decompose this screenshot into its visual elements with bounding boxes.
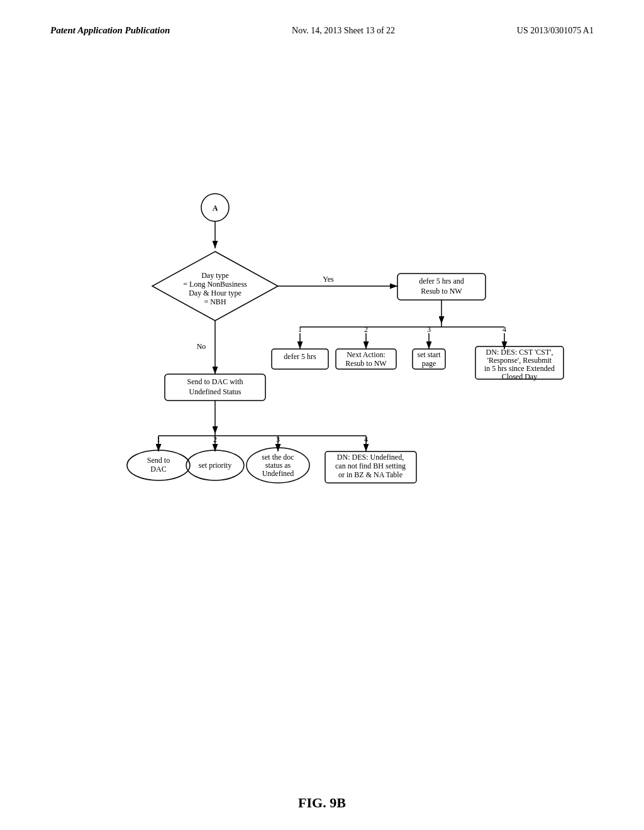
header-date-sheet: Nov. 14, 2013 Sheet 13 of 22: [292, 26, 395, 36]
bottom-node4-3: or in BZ & NA Table: [338, 470, 402, 479]
box4-dn-1: DN: DES: CST 'CST',: [486, 348, 553, 357]
no-label: No: [197, 342, 206, 351]
bottom-node3-3: Undefined: [262, 469, 294, 478]
num3a: 3: [427, 325, 431, 334]
bottom-node2: set priority: [199, 461, 231, 470]
bottom-node1-1: Send to: [147, 456, 170, 465]
diamond-label-4: = NBH: [204, 297, 226, 306]
header-title: Patent Application Publication: [50, 25, 170, 36]
defer-resub-2: Resub to NW: [421, 287, 462, 296]
diamond-label-3: Day & Hour type: [189, 289, 242, 297]
box3-setstart-1: set start: [418, 350, 441, 359]
bottom-node3-1: set the doc: [262, 453, 294, 462]
yes-label: Yes: [323, 275, 334, 284]
flowchart-svg: A Day type = Long NonBusiness Day & Hour…: [64, 176, 580, 604]
diagram-container: A Day type = Long NonBusiness Day & Hour…: [64, 176, 580, 604]
bottom-node4-1: DN: DES: Undefined,: [337, 453, 404, 462]
bottom-node1-2: DAC: [150, 465, 166, 473]
box4-dn-4: Closed Day: [502, 372, 537, 381]
num2a: 2: [364, 325, 368, 334]
num4a: 4: [502, 325, 506, 334]
node-a: A: [213, 204, 218, 213]
num1a: 1: [298, 325, 302, 334]
bottom-node3-2: status as: [265, 461, 291, 470]
send-dac-2: Undefined Status: [189, 387, 242, 396]
diamond-label-2: = Long NonBusiness: [183, 280, 247, 289]
box4-dn-2: 'Response', Resubmit: [487, 356, 552, 365]
box4-dn-3: in 5 hrs since Extended: [484, 364, 555, 373]
page: Patent Application Publication Nov. 14, …: [0, 0, 644, 830]
box2-next-2: Resub to NW: [345, 359, 387, 368]
box3-setstart-2: page: [422, 359, 436, 368]
box1-defer5-1: defer 5 hrs: [284, 352, 316, 361]
defer-resub-1: defer 5 hrs and: [419, 277, 464, 285]
header: Patent Application Publication Nov. 14, …: [0, 0, 644, 36]
diamond-label-1: Day type: [201, 271, 229, 280]
header-patent-number: US 2013/0301075 A1: [517, 26, 594, 36]
bottom-node4-2: can not find BH setting: [335, 462, 406, 470]
box2-next-1: Next Action:: [347, 350, 386, 359]
send-dac-1: Send to DAC with: [187, 377, 243, 386]
fig-label: FIG. 9B: [298, 795, 346, 811]
